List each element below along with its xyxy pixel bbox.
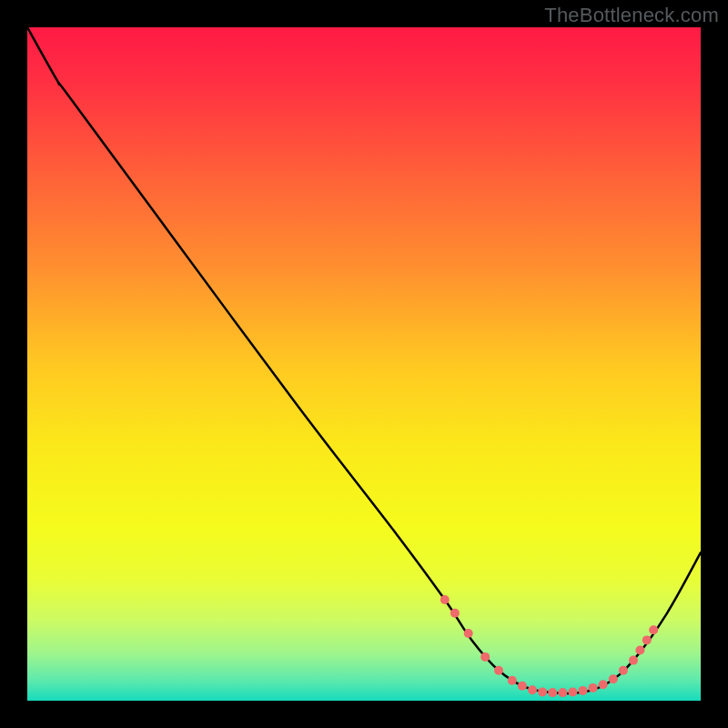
plot-area xyxy=(27,27,701,701)
gradient-rect xyxy=(27,27,701,701)
gradient-background xyxy=(27,27,701,701)
watermark-text: TheBottleneck.com xyxy=(544,4,719,27)
chart-frame: TheBottleneck.com xyxy=(0,0,728,728)
